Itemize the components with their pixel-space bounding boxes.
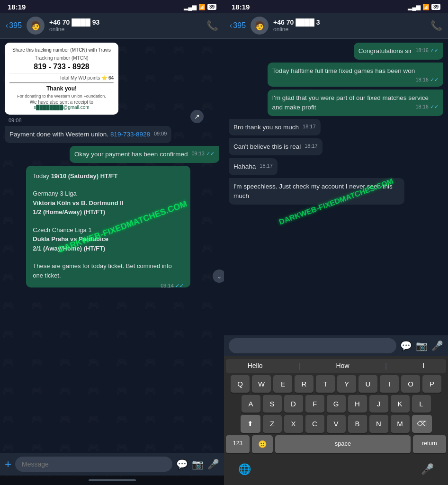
cant-believe-bubble: Can't believe this is real 18:17	[229, 138, 323, 155]
left-chat-header: ‹ 395 🧑 +46 70 ████ 93 online 📞	[0, 13, 224, 39]
wu-card: Share this tracking number (MTCN) with T…	[5, 43, 118, 115]
key-u[interactable]: U	[358, 375, 377, 393]
right-phone-panel: 18:19 ▂▄▆ 📶 39 ‹ 395 🧑 +46 70 ████ 3 onl…	[224, 0, 448, 485]
key-q[interactable]: Q	[231, 375, 250, 393]
wu-card-time: 09:08	[9, 117, 22, 123]
glad-time: 18:16 ✓✓	[415, 104, 439, 110]
payment-text: Payment done with Western union. 819-733…	[9, 131, 150, 138]
message-payment: Payment done with Western union. 819-733…	[5, 126, 180, 143]
key-t[interactable]: T	[316, 375, 335, 393]
return-key[interactable]: return	[413, 435, 446, 453]
right-camera-icon[interactable]: 📷	[416, 340, 428, 351]
contact-avatar[interactable]: 🧑	[27, 17, 45, 35]
left-message-input[interactable]	[15, 457, 172, 472]
bro-thanks-time: 18:17	[303, 124, 316, 129]
right-contact-avatar[interactable]: 🧑	[251, 17, 269, 35]
left-status-icons: ▂▄▆ 📶 39	[184, 4, 216, 10]
halftime-time: 18:16 ✓✓	[415, 77, 439, 83]
key-n[interactable]: N	[369, 415, 388, 433]
right-bubble-icon[interactable]: 💬	[400, 340, 412, 351]
backspace-key[interactable]: ⌫	[412, 415, 432, 433]
back-count[interactable]: 395	[9, 21, 22, 30]
left-phone-panel: 18:19 ▂▄▆ 📶 39 ‹ 395 🧑 +46 70 ████ 93 on…	[0, 0, 224, 485]
key-d[interactable]: D	[284, 395, 303, 413]
key-a[interactable]: A	[242, 395, 260, 413]
keyboard-container: Hello | How | I Q W E R T Y U I O P A S …	[224, 356, 448, 458]
key-z[interactable]: Z	[263, 415, 282, 433]
space-key[interactable]: space	[275, 435, 411, 453]
keyboard-row-1: Q W E R T Y U I O P	[226, 375, 446, 393]
glad-text: I'm glad that you were part of our fixed…	[272, 94, 429, 111]
back-button[interactable]: ‹ 395	[6, 21, 22, 30]
wu-points: Total My WU points ⭐ 64	[9, 73, 114, 81]
suggestion-i[interactable]: I	[422, 362, 424, 370]
key-c[interactable]: C	[305, 415, 324, 433]
mic-icon[interactable]: 🎤	[207, 458, 219, 470]
game-result1: 1/2 (Home/Away) (HT/FT)	[33, 207, 184, 217]
keyboard-row-4: 123 🙂 space return	[226, 435, 446, 453]
cant-believe-time: 18:17	[305, 143, 318, 149]
game-footer: These are games for today ticket. Bet co…	[33, 261, 184, 280]
num-key[interactable]: 123	[226, 435, 250, 453]
signal-icon: ▂▄▆	[184, 4, 197, 10]
right-contact-name: +46 70 ████ 3	[273, 18, 426, 26]
left-status-bar: 18:19 ▂▄▆ 📶 39	[0, 0, 224, 13]
right-battery: 39	[431, 4, 440, 10]
msg-glad: I'm glad that you were part of our fixed…	[268, 90, 443, 116]
add-attachment-button[interactable]: +	[5, 458, 11, 471]
call-button[interactable]: 📞	[206, 20, 218, 31]
msg-hahaha: Hahaha 18:17	[229, 158, 278, 175]
right-input-field[interactable]	[229, 338, 396, 353]
key-l[interactable]: L	[412, 395, 431, 413]
message-wu-card: Share this tracking number (MTCN) with T…	[5, 43, 198, 123]
payment-link[interactable]: 819-733-8928	[110, 131, 150, 138]
home-line	[89, 479, 136, 481]
emoji-key[interactable]: 🙂	[252, 435, 273, 453]
keyboard-suggestions: Hello | How | I	[226, 359, 446, 373]
key-y[interactable]: Y	[337, 375, 356, 393]
key-j[interactable]: J	[369, 395, 388, 413]
key-p[interactable]: P	[422, 375, 441, 393]
left-input-bar: + 💬 📷 🎤	[0, 453, 224, 476]
suggestion-hello[interactable]: Hello	[248, 362, 263, 370]
right-call-button[interactable]: 📞	[430, 20, 442, 31]
key-s[interactable]: S	[263, 395, 282, 413]
msg-halftime: Today halftime full time fixed games has…	[268, 63, 443, 87]
key-i[interactable]: I	[380, 375, 399, 393]
key-f[interactable]: F	[305, 395, 324, 413]
glad-bubble: I'm glad that you were part of our fixed…	[268, 90, 443, 116]
right-back-count[interactable]: 395	[233, 21, 246, 30]
key-b[interactable]: B	[348, 415, 367, 433]
key-g[interactable]: G	[327, 395, 346, 413]
key-h[interactable]: H	[348, 395, 367, 413]
bottom-mic-icon[interactable]: 🎤	[421, 463, 434, 476]
hahaha-bubble: Hahaha 18:17	[229, 158, 278, 175]
key-m[interactable]: M	[391, 415, 410, 433]
cant-believe-text: Can't believe this is real	[233, 143, 301, 150]
key-e[interactable]: E	[273, 375, 292, 393]
sticker-icon[interactable]: 💬	[176, 458, 188, 470]
key-o[interactable]: O	[401, 375, 420, 393]
right-chat-header: ‹ 395 🧑 +46 70 ████ 3 online 📞	[224, 13, 448, 39]
scroll-down-button[interactable]: ⌄	[213, 269, 224, 283]
keyboard-row-3: ⬆ Z X C V B N M ⌫	[226, 415, 446, 433]
key-v[interactable]: V	[327, 415, 346, 433]
right-mic-icon[interactable]: 🎤	[431, 340, 443, 351]
key-x[interactable]: X	[284, 415, 303, 433]
wu-share-text: Share this tracking number (MTCN) with T…	[9, 47, 114, 53]
msg-speechless: I'm speechless. Just check my account I …	[229, 178, 404, 205]
congrats-time: 18:16 ✓✓	[415, 47, 439, 54]
key-r[interactable]: R	[295, 375, 314, 393]
payment-bubble: Payment done with Western union. 819-733…	[5, 126, 171, 143]
share-icon[interactable]: ↗	[190, 110, 204, 123]
globe-icon[interactable]: 🌐	[238, 463, 251, 476]
wu-email: We have also sent a receipt tos████████@…	[9, 99, 114, 110]
right-back-button[interactable]: ‹ 395	[230, 21, 246, 30]
camera-icon[interactable]: 📷	[192, 458, 204, 470]
key-w[interactable]: W	[252, 375, 271, 393]
shift-key[interactable]: ⬆	[241, 415, 260, 433]
suggestion-how[interactable]: How	[336, 362, 349, 370]
halftime-text: Today halftime full time fixed games has…	[272, 67, 415, 74]
wu-tracking-number: 819 - 733 - 8928	[9, 63, 114, 71]
key-k[interactable]: K	[391, 395, 410, 413]
